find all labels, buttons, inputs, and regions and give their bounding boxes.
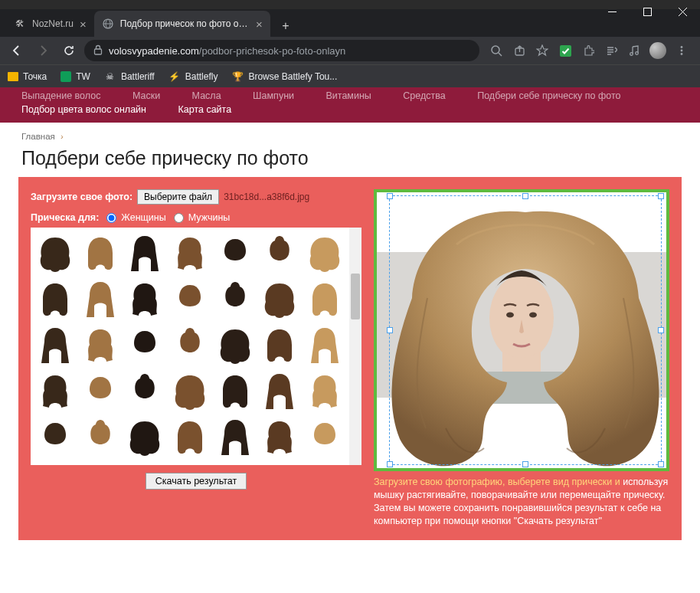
star-icon[interactable] [535, 43, 550, 58]
hairstyle-option[interactable] [123, 323, 167, 367]
resize-handle-ne[interactable] [658, 193, 664, 199]
upload-label: Загрузите свое фото: [31, 192, 132, 202]
nav-link[interactable]: Витамины [326, 90, 371, 101]
hairstyle-option[interactable] [123, 414, 167, 459]
selection-frame[interactable] [389, 195, 662, 465]
resize-handle-nw[interactable] [387, 193, 393, 199]
forward-button[interactable] [32, 40, 54, 61]
tab-close-icon[interactable]: × [256, 18, 263, 31]
gender-female-label[interactable]: Женщины [121, 212, 165, 223]
hairstyle-option[interactable] [213, 231, 257, 275]
share-icon[interactable] [512, 43, 527, 58]
uploaded-filename: 31bc18d...a38f6d.jpg [224, 192, 309, 202]
hairstyle-option[interactable] [303, 277, 346, 321]
resize-handle-se[interactable] [658, 461, 664, 467]
hairstyle-option[interactable] [303, 323, 346, 367]
nav-link[interactable]: Подбери себе прическу по фото [477, 90, 620, 101]
hairstyle-option[interactable] [123, 277, 167, 321]
hairstyle-option[interactable] [79, 414, 123, 459]
resize-handle-e[interactable] [658, 327, 664, 333]
hairstyle-option[interactable] [213, 369, 257, 413]
back-button[interactable] [6, 40, 28, 61]
hairstyle-option[interactable] [34, 277, 77, 321]
bookmark-tochka[interactable]: Точка [8, 71, 47, 82]
hairstyle-option[interactable] [258, 323, 302, 367]
resize-handle-s[interactable] [522, 461, 528, 467]
scrollbar-thumb[interactable] [351, 274, 360, 319]
hairstyle-option[interactable] [213, 414, 257, 459]
gender-row: Прическа для: Женщины Мужчины [31, 212, 361, 223]
hairstyle-option[interactable] [34, 414, 77, 459]
choose-file-button[interactable]: Выберите файл [137, 189, 219, 205]
hairstyle-option[interactable] [34, 231, 77, 275]
hairstyle-option[interactable] [303, 231, 346, 275]
nav-link[interactable]: Шампуни [253, 90, 294, 101]
new-tab-button[interactable]: + [275, 15, 296, 37]
hairstyle-option[interactable] [79, 369, 123, 413]
search-icon[interactable] [489, 43, 504, 58]
hairstyle-gallery [31, 228, 361, 465]
breadcrumb-home[interactable]: Главная [21, 132, 55, 141]
hairstyle-option[interactable] [168, 323, 212, 367]
omnibox[interactable]: volosvypadenie.com/podbor-prichesok-po-f… [84, 40, 479, 61]
nav-link[interactable]: Карта сайта [178, 104, 231, 115]
resize-handle-w[interactable] [387, 327, 393, 333]
bookmark-tw[interactable]: TW [61, 71, 90, 82]
music-icon[interactable] [626, 43, 642, 58]
hairstyle-option[interactable] [168, 369, 212, 413]
gender-male-label[interactable]: Мужчины [188, 212, 231, 223]
hairstyle-option[interactable] [213, 277, 257, 321]
hairstyle-option[interactable] [34, 323, 77, 367]
hairstyle-option[interactable] [79, 231, 123, 275]
bookmark-battlefly[interactable]: ⚡ Battlefly [168, 70, 218, 83]
bookmark-battlefy[interactable]: 🏆 Browse Battlefy Tou... [231, 70, 337, 83]
preview-column: Загрузите свою фотографию, выберете вид … [374, 189, 669, 528]
sheets-icon [61, 71, 71, 82]
hairstyle-option[interactable] [79, 277, 123, 321]
hairstyle-option[interactable] [258, 414, 302, 459]
window-maximize-button[interactable] [630, 0, 665, 23]
nav-link[interactable]: Выпадение волос [21, 90, 100, 101]
extensions-icon[interactable] [581, 43, 596, 58]
hairstyle-option[interactable] [303, 369, 346, 413]
hairstyle-option[interactable] [303, 414, 346, 459]
tab-volosvypadenie[interactable]: Подбор причесок по фото онла × [94, 11, 270, 37]
nav-link[interactable]: Средства [403, 90, 445, 101]
window-minimize-button[interactable] [594, 0, 630, 23]
resize-handle-sw[interactable] [387, 461, 393, 467]
hairstyle-option[interactable] [123, 231, 167, 275]
svg-rect-2 [95, 49, 102, 54]
hairstyle-option[interactable] [168, 277, 212, 321]
hairstyle-option[interactable] [168, 414, 212, 459]
nav-link[interactable]: Подбор цвета волос онлайн [21, 104, 146, 115]
preview-canvas[interactable] [374, 189, 669, 471]
tab-noznet[interactable]: 🛠 NozNet.ru × [6, 11, 94, 37]
extension-check-icon[interactable] [558, 43, 573, 58]
reload-button[interactable] [58, 40, 80, 61]
tab-close-icon[interactable]: × [80, 18, 87, 31]
window-close-button[interactable] [665, 0, 700, 23]
hairstyle-option[interactable] [34, 369, 77, 413]
toolbar-actions [484, 42, 694, 59]
hairstyle-option[interactable] [258, 231, 302, 275]
nav-link[interactable]: Масла [192, 90, 221, 101]
upload-row: Загрузите свое фото: Выберите файл 31bc1… [31, 189, 361, 205]
hairstyle-option[interactable] [213, 323, 257, 367]
profile-avatar[interactable] [649, 42, 666, 59]
hairstyle-option[interactable] [123, 369, 167, 413]
download-result-button[interactable]: Скачать результат [146, 473, 247, 490]
menu-icon[interactable] [674, 43, 689, 58]
hairstyle-option[interactable] [79, 323, 123, 367]
resize-handle-n[interactable] [522, 193, 528, 199]
nav-link[interactable]: Маски [132, 90, 160, 101]
bookmark-battleriff[interactable]: ☠ Battleriff [104, 70, 155, 83]
hairstyle-option[interactable] [168, 231, 212, 275]
gallery-scrollbar[interactable] [349, 228, 361, 465]
hairstyle-option[interactable] [258, 277, 302, 321]
gender-female-radio[interactable] [106, 213, 116, 223]
gender-male-radio[interactable] [174, 213, 184, 223]
trophy-icon: 🏆 [231, 70, 244, 83]
hairstyle-option[interactable] [258, 369, 302, 413]
reading-list-icon[interactable] [604, 43, 619, 58]
wrench-icon: 🛠 [14, 18, 26, 30]
